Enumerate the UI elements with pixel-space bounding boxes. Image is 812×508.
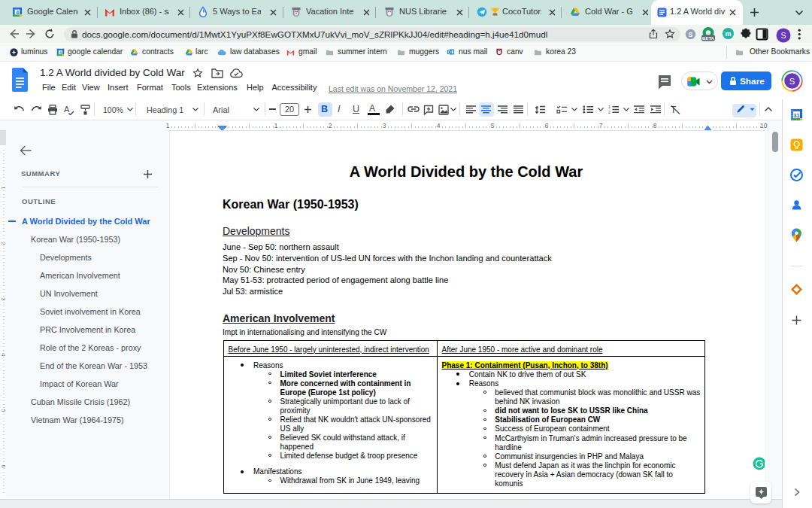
svg-text:BETA: BETA xyxy=(702,36,715,41)
svg-text:31: 31 xyxy=(793,112,799,119)
svg-text:2: 2 xyxy=(608,110,611,114)
svg-text:S: S xyxy=(780,30,786,39)
svg-text:S: S xyxy=(789,77,795,86)
svg-text:m: m xyxy=(726,30,732,38)
svg-text:1: 1 xyxy=(608,105,611,109)
svg-text:S: S xyxy=(689,30,693,38)
svg-text:A: A xyxy=(64,105,70,114)
